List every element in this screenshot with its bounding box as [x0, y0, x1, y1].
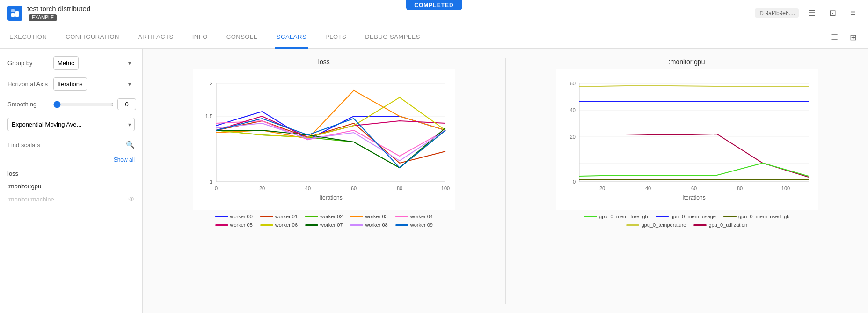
svg-text:20: 20 — [599, 186, 605, 191]
document-icon-btn[interactable]: ☰ — [804, 6, 819, 21]
legend-worker09: worker 09 — [395, 222, 433, 228]
gpu-chart-container: :monitor:gpu 60 40 20 0 20 40 60 — [506, 49, 868, 313]
legend-gpu-mem-used: gpu_0_mem_used_gb — [723, 214, 789, 219]
legend-worker01: worker 01 — [260, 214, 298, 219]
gpu-chart-svg: 60 40 20 0 20 40 60 80 100 Iterations — [556, 69, 818, 210]
loss-chart-legend: worker 00 worker 01 worker 02 worker 03 … — [193, 214, 455, 228]
svg-text:100: 100 — [781, 186, 790, 191]
tab-execution[interactable]: EXECUTION — [7, 26, 49, 49]
svg-text:40: 40 — [570, 107, 576, 113]
svg-rect-0 — [11, 13, 15, 17]
group-by-select[interactable]: Metric — [53, 56, 79, 70]
svg-text:40: 40 — [305, 186, 311, 191]
legend-worker06: worker 06 — [260, 222, 298, 228]
legend-worker04: worker 04 — [395, 214, 433, 219]
tab-plots[interactable]: PLOTS — [323, 26, 348, 49]
example-badge: EXAMPLE — [29, 14, 57, 21]
content-area: loss 2 1.5 1 0 20 40 60 80 — [143, 49, 868, 313]
tab-artifacts[interactable]: ARTIFACTS — [136, 26, 175, 49]
legend-gpu-mem-free: gpu_0_mem_free_gb — [584, 214, 648, 219]
legend-gpu-utilization: gpu_0_utilization — [693, 222, 747, 228]
legend-worker05: worker 05 — [215, 222, 253, 228]
search-row: 🔍 — [7, 141, 135, 151]
menu-icon-btn[interactable]: ≡ — [846, 6, 861, 21]
svg-rect-2 — [11, 9, 15, 12]
svg-text:60: 60 — [351, 186, 357, 191]
top-bar-right: ID 9af4b9e6.... ☰ ⊡ ≡ — [755, 6, 861, 21]
layout-icon-btn[interactable]: ⊡ — [825, 6, 840, 21]
svg-text:60: 60 — [691, 186, 697, 191]
id-badge: ID 9af4b9e6.... — [755, 8, 799, 18]
svg-text:40: 40 — [645, 186, 651, 191]
svg-text:60: 60 — [570, 81, 576, 86]
scalar-label-loss: loss — [7, 170, 18, 177]
method-select[interactable]: Exponential Moving Ave... — [7, 118, 135, 131]
group-by-select-wrapper: Metric — [53, 56, 135, 70]
sidebar: Group by Metric Horizontal Axis Iteratio… — [0, 49, 143, 313]
legend-gpu-mem-usage: gpu_0_mem_usage — [656, 214, 716, 219]
legend-worker02: worker 02 — [305, 214, 343, 219]
completed-badge: COMPLETED — [406, 0, 462, 10]
tab-debug-samples[interactable]: DEBUG SAMPLES — [363, 26, 422, 49]
loss-chart-title: loss — [318, 58, 330, 66]
svg-text:1.5: 1.5 — [205, 113, 212, 119]
svg-text:1: 1 — [210, 179, 212, 185]
scalar-item-loss[interactable]: loss — [7, 167, 135, 180]
app-title: test torch distributed — [27, 5, 90, 13]
smoothing-slider[interactable] — [53, 101, 114, 108]
scalar-item-monitor-machine[interactable]: :monitor:machine 👁 — [7, 193, 135, 206]
search-input[interactable] — [7, 142, 126, 149]
scalar-label-monitor-gpu: :monitor:gpu — [7, 183, 41, 190]
tab-configuration[interactable]: CONFIGURATION — [64, 26, 121, 49]
loss-chart-svg: 2 1.5 1 0 20 40 60 80 100 Iterations — [193, 69, 455, 210]
tab-console[interactable]: CONSOLE — [225, 26, 260, 49]
scalar-label-monitor-machine: :monitor:machine — [7, 196, 54, 203]
svg-text:80: 80 — [737, 186, 743, 191]
top-bar: test torch distributed EXAMPLE COMPLETED… — [0, 0, 868, 26]
svg-text:80: 80 — [397, 186, 402, 191]
horizontal-axis-label: Horizontal Axis — [7, 81, 50, 88]
gpu-chart-legend: gpu_0_mem_free_gb gpu_0_mem_usage gpu_0_… — [556, 214, 818, 228]
nav-tabs-right: ☰ ⊞ — [827, 30, 861, 45]
main-layout: Group by Metric Horizontal Axis Iteratio… — [0, 49, 868, 313]
svg-text:Iterations: Iterations — [320, 194, 343, 201]
list-view-icon[interactable]: ☰ — [827, 30, 842, 45]
loss-chart-container: loss 2 1.5 1 0 20 40 60 80 — [143, 49, 505, 313]
scalar-item-monitor-gpu[interactable]: :monitor:gpu — [7, 180, 135, 193]
svg-text:2: 2 — [210, 81, 212, 86]
method-select-wrapper: Exponential Moving Ave... — [7, 118, 135, 131]
grid-view-icon[interactable]: ⊞ — [846, 30, 861, 45]
horizontal-axis-row: Horizontal Axis Iterations — [7, 77, 135, 91]
legend-worker07: worker 07 — [305, 222, 343, 228]
svg-text:20: 20 — [570, 134, 576, 140]
legend-worker03: worker 03 — [350, 214, 387, 219]
smoothing-row: Smoothing 0 — [7, 98, 135, 110]
scalar-list: loss :monitor:gpu :monitor:machine 👁 — [7, 167, 135, 206]
svg-text:100: 100 — [441, 186, 450, 191]
tab-info[interactable]: INFO — [190, 26, 210, 49]
logo-icon — [7, 6, 22, 21]
smoothing-label: Smoothing — [7, 101, 50, 108]
app-logo: test torch distributed EXAMPLE — [7, 5, 90, 21]
svg-rect-1 — [15, 11, 19, 17]
smoothing-input[interactable]: 0 — [117, 98, 136, 110]
legend-worker08: worker 08 — [350, 222, 387, 228]
show-all-row: Show all — [7, 155, 135, 164]
svg-text:Iterations: Iterations — [682, 194, 705, 201]
legend-worker00: worker 00 — [215, 214, 253, 219]
show-all-link[interactable]: Show all — [114, 156, 135, 163]
svg-text:0: 0 — [573, 179, 576, 185]
nav-tabs: EXECUTION CONFIGURATION ARTIFACTS INFO C… — [0, 26, 868, 49]
tab-scalars[interactable]: SCALARS — [275, 26, 308, 49]
group-by-row: Group by Metric — [7, 56, 135, 70]
legend-gpu-temperature: gpu_0_temperature — [626, 222, 686, 228]
eye-icon: 👁 — [128, 195, 135, 203]
search-icon: 🔍 — [126, 141, 135, 149]
horizontal-axis-select-wrapper: Iterations — [53, 77, 135, 91]
group-by-label: Group by — [7, 60, 50, 67]
svg-text:20: 20 — [259, 186, 265, 191]
svg-text:0: 0 — [215, 186, 218, 191]
horizontal-axis-select[interactable]: Iterations — [53, 77, 87, 91]
gpu-chart-title: :monitor:gpu — [669, 58, 705, 66]
